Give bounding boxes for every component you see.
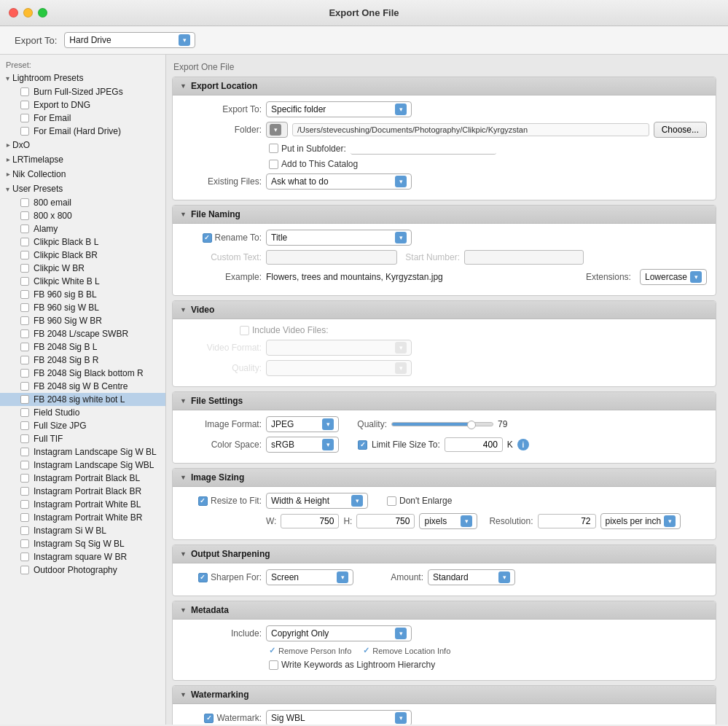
sidebar-item-fb-960-sig-b-bl[interactable]: FB 960 sig B BL [0,288,165,301]
resize-to-fit-select[interactable]: Width & Height ▾ [266,493,368,509]
rename-to-select[interactable]: Title ▾ [266,230,412,246]
section-header-watermarking[interactable]: ▼ Watermarking [173,686,716,704]
section-file-naming: ▼ File Naming ✓ Rename To: Title ▾ [172,205,716,296]
sidebar-item-instagram-landscape-sig-w-bl[interactable]: Instagram Landscape Sig W BL [0,445,165,458]
sidebar-group-nik-collection[interactable]: ▾ Nik Collection [0,167,165,182]
sidebar-item-instagram-portrait-white-bl[interactable]: Instagram Portrait White BL [0,498,165,511]
main-layout: Preset: ▾ Lightroom Presets Burn Full-Si… [0,55,728,725]
limit-file-size-input[interactable] [445,437,503,452]
rename-to-checkbox[interactable]: ✓ [203,233,212,243]
sidebar-item-outdoor-photography[interactable]: Outdoor Photography [0,563,165,577]
subfolder-input[interactable] [351,142,496,155]
sidebar-item-fb-2048-lscape-swbr[interactable]: FB 2048 L/scape SWBR [0,327,165,340]
sidebar-item-fb-2048-sig-b-l[interactable]: FB 2048 Sig B L [0,340,165,354]
sidebar-item-label: Clikpic White B L [34,276,100,286]
sidebar-item-field-studio[interactable]: Field Studio [0,406,165,419]
extensions-select[interactable]: Lowercase ▾ [640,269,707,285]
preset-item-checkbox [20,539,29,548]
section-header-file-naming[interactable]: ▼ File Naming [173,206,716,224]
sidebar-item-instagram-portrait-black-br[interactable]: Instagram Portrait Black BR [0,485,165,498]
section-header-video[interactable]: ▼ Video [173,301,716,319]
custom-text-input[interactable] [266,250,397,265]
sidebar-item-instagram-square-w-br[interactable]: Instagram square W BR [0,550,165,563]
sharpen-for-arrow-icon: ▾ [337,571,348,583]
watermark-select[interactable]: Sig WBL ▾ [266,710,412,725]
quality-track[interactable] [391,422,493,426]
resolution-unit-select[interactable]: pixels per inch ▾ [600,513,681,529]
sidebar-item-full-size-jpg[interactable]: Full Size JPG [0,419,165,432]
sidebar-item-800x800[interactable]: 800 x 800 [0,209,165,222]
start-number-label: Start Number: [402,252,460,262]
resize-to-fit-checkbox[interactable]: ✓ [198,496,208,506]
limit-file-size-checkbox[interactable]: ✓ [358,440,367,450]
height-input[interactable] [356,514,415,528]
rename-to-arrow-icon: ▾ [395,232,407,243]
resolution-input[interactable] [538,514,596,528]
sidebar-item-fb-960-sig-w-bl[interactable]: FB 960 sig W BL [0,301,165,314]
sidebar-item-instagram-si-w-bl[interactable]: Instagram Si W BL [0,524,165,537]
sidebar-item-instagram-sq-sig-w-bl[interactable]: Instagram Sq Sig W BL [0,537,165,550]
sidebar-item-fb-2048-sig-white-bot-l[interactable]: FB 2048 sig white bot L [0,393,165,406]
section-body-file-naming: ✓ Rename To: Title ▾ Custom Text: Start … [173,224,716,295]
export-to-select[interactable]: Hard Drive ▾ [64,32,195,48]
sidebar-item-label: FB 2048 sig W B Centre [34,381,128,391]
sidebar-item-fb-2048-sig-black-bottom-r[interactable]: FB 2048 Sig Black bottom R [0,367,165,380]
watermark-checkbox[interactable]: ✓ [204,714,214,723]
subfolder-checkbox[interactable]: Put in Subfolder: [269,144,346,154]
maximize-button[interactable] [38,8,47,17]
sharpen-for-checkbox[interactable]: ✓ [198,573,208,582]
metadata-include-label: Include: [181,628,262,639]
existing-files-select[interactable]: Ask what to do ▾ [266,173,412,190]
section-header-export-location[interactable]: ▼ Export Location [173,77,716,95]
export-to-value: Hard Drive [69,35,111,45]
section-header-metadata[interactable]: ▼ Metadata [173,601,716,620]
choose-button[interactable]: Choose... [654,122,707,138]
section-header-image-sizing[interactable]: ▼ Image Sizing [173,469,716,487]
quality-thumb[interactable] [467,421,476,429]
metadata-include-select[interactable]: Copyright Only ▾ [266,625,412,641]
sidebar-group-user-presets[interactable]: ▾ User Presets [0,182,165,196]
width-input[interactable] [281,514,339,528]
sidebar-item-burn-full-sized-jpegs[interactable]: Burn Full-Sized JPEGs [0,85,165,98]
sidebar-item-clikpic-w-br[interactable]: Clikpic W BR [0,262,165,275]
sidebar-item-for-email-hard-drive[interactable]: For Email (Hard Drive) [0,125,165,138]
sidebar-group-dxo[interactable]: ▾ DxO [0,138,165,152]
close-button[interactable] [9,8,18,17]
start-number-input[interactable] [464,250,584,265]
sidebar-item-export-to-dng[interactable]: Export to DNG [0,98,165,112]
amount-select[interactable]: Standard ▾ [428,569,515,585]
folder-path-dropdown[interactable]: ▾ [266,122,288,138]
pixels-select[interactable]: pixels ▾ [419,513,477,529]
sidebar-item-for-email[interactable]: For Email [0,112,165,125]
sidebar-item-clikpic-black-br[interactable]: Clikpic Black BR [0,249,165,262]
existing-files-arrow-icon: ▾ [395,176,407,187]
sidebar-item-800-email[interactable]: 800 email [0,196,165,209]
sidebar-item-fb-960-sig-w-br[interactable]: FB 960 Sig W BR [0,314,165,327]
sidebar-item-fb-2048-sig-b-r[interactable]: FB 2048 Sig B R [0,354,165,367]
add-to-catalog-checkbox[interactable]: Add to This Catalog [269,159,358,169]
sidebar-item-clikpic-white-b-l[interactable]: Clikpic White B L [0,275,165,288]
add-to-catalog-cb-box [269,160,278,169]
sidebar-item-instagram-portrait-white-br[interactable]: Instagram Portrait White BR [0,511,165,524]
sidebar-group-lightroom-presets[interactable]: ▾ Lightroom Presets [0,71,165,85]
preset-item-checkbox [20,356,29,364]
section-header-file-settings[interactable]: ▼ File Settings [173,392,716,410]
sidebar-group-lrtimelapse[interactable]: ▾ LRTimelapse [0,152,165,167]
color-space-select[interactable]: sRGB ▾ [266,437,339,453]
minimize-button[interactable] [23,8,33,17]
image-format-select[interactable]: JPEG ▾ [266,416,339,432]
sidebar-item-alamy[interactable]: Alamy [0,222,165,235]
sidebar-item-full-tif[interactable]: Full TIF [0,432,165,445]
write-keywords-checkbox[interactable]: Write Keywords as Lightroom Hierarchy [269,660,435,670]
dont-enlarge-checkbox[interactable] [387,496,396,506]
export-to-select[interactable]: Specific folder ▾ [266,101,412,117]
sharpen-for-select[interactable]: Screen ▾ [266,569,353,585]
sidebar-item-fb-2048-sig-w-b-centre[interactable]: FB 2048 sig W B Centre [0,380,165,393]
section-header-output-sharpening[interactable]: ▼ Output Sharpening [173,545,716,563]
sidebar-item-instagram-landscape-sig-wbl[interactable]: Instagram Landscape Sig WBL [0,458,165,472]
sidebar-item-instagram-portrait-black-bl[interactable]: Instagram Portrait Black BL [0,472,165,485]
include-video-checkbox[interactable]: Include Video Files: [240,325,329,335]
preset-item-checkbox [20,225,29,233]
sidebar-item-clikpic-black-b-l[interactable]: Clikpic Black B L [0,235,165,249]
info-icon[interactable]: i [517,439,529,450]
